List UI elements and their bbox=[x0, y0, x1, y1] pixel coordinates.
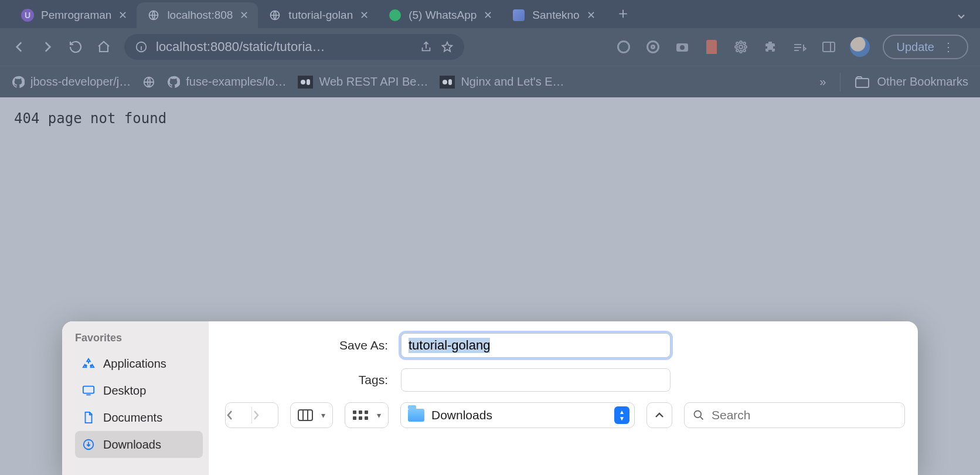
desktop-icon bbox=[82, 384, 95, 397]
bookmark-item[interactable]: jboss-developer/j… bbox=[12, 75, 131, 89]
bookmark-item[interactable]: Web REST API Be… bbox=[298, 75, 428, 89]
grid-icon bbox=[352, 409, 369, 421]
location-dropdown[interactable]: Downloads ▲▼ bbox=[400, 402, 635, 428]
browser-tab[interactable]: U Pemrograman ✕ bbox=[11, 2, 137, 28]
url-text: localhost:8080/static/tutoria… bbox=[156, 39, 411, 55]
nav-back-button[interactable] bbox=[226, 403, 251, 428]
updown-stepper-icon: ▲▼ bbox=[614, 406, 629, 424]
address-bar[interactable]: localhost:8080/static/tutoria… bbox=[124, 34, 464, 60]
forward-button[interactable] bbox=[40, 39, 55, 55]
site-info-icon[interactable] bbox=[135, 40, 148, 53]
dialog-main: Save As: Tags: bbox=[209, 321, 918, 475]
bookmark-overflow[interactable]: » bbox=[819, 75, 826, 89]
extension-icon[interactable] bbox=[645, 39, 661, 55]
browser-tab[interactable]: localhost:808 ✕ bbox=[137, 2, 258, 28]
extension-icon[interactable] bbox=[703, 39, 720, 55]
update-button[interactable]: Update ⋮ bbox=[883, 35, 969, 59]
close-icon[interactable]: ✕ bbox=[118, 9, 127, 22]
close-icon[interactable]: ✕ bbox=[360, 9, 369, 22]
dialog-search-input[interactable] bbox=[712, 408, 896, 422]
svg-point-9 bbox=[744, 46, 747, 48]
svg-rect-20 bbox=[353, 410, 356, 414]
close-icon[interactable]: ✕ bbox=[240, 9, 249, 22]
tab-title: tutorial-golan bbox=[288, 9, 353, 22]
medium-icon bbox=[440, 76, 455, 89]
media-control-icon[interactable] bbox=[791, 39, 808, 55]
reload-button[interactable] bbox=[68, 39, 83, 55]
nav-forward-button[interactable] bbox=[252, 403, 278, 428]
save-as-input[interactable] bbox=[401, 333, 671, 358]
svg-point-11 bbox=[743, 42, 746, 45]
chevron-down-icon: ▾ bbox=[321, 410, 325, 420]
search-icon bbox=[693, 409, 705, 421]
new-tab-button[interactable]: ＋ bbox=[615, 3, 631, 23]
browser-tab-bar: U Pemrograman ✕ localhost:808 ✕ tutorial… bbox=[0, 0, 980, 28]
sidebar-item-desktop[interactable]: Desktop bbox=[75, 377, 203, 404]
sidebar-item-applications[interactable]: Applications bbox=[75, 350, 203, 377]
sidebar-item-documents[interactable]: Documents bbox=[75, 404, 203, 431]
location-toolbar: ▾ ▾ Downloads ▲▼ bbox=[225, 402, 905, 428]
tags-input[interactable] bbox=[401, 368, 671, 392]
bookmark-label: jboss-developer/j… bbox=[30, 75, 131, 89]
dialog-sidebar: Favorites Applications Desktop Documents bbox=[62, 321, 209, 475]
svg-rect-16 bbox=[856, 79, 869, 87]
extension-icon[interactable] bbox=[615, 39, 632, 55]
tab-list-button[interactable] bbox=[955, 11, 967, 22]
tab-favicon: U bbox=[21, 9, 34, 22]
sidebar-item-label: Applications bbox=[103, 357, 166, 371]
sidebar-item-label: Downloads bbox=[103, 438, 161, 452]
bookmark-item[interactable] bbox=[142, 76, 155, 89]
browser-tab[interactable]: tutorial-golan ✕ bbox=[258, 2, 378, 28]
favorites-header: Favorites bbox=[75, 332, 203, 344]
group-mode-button[interactable]: ▾ bbox=[345, 402, 389, 428]
tab-title: (5) WhatsApp bbox=[409, 9, 477, 22]
svg-point-13 bbox=[743, 49, 746, 52]
tab-favicon bbox=[147, 9, 160, 22]
page-text: 404 page not found bbox=[14, 110, 166, 127]
view-mode-button[interactable]: ▾ bbox=[290, 402, 333, 428]
extension-icon[interactable] bbox=[674, 39, 690, 55]
back-button[interactable] bbox=[12, 39, 27, 55]
svg-rect-17 bbox=[83, 386, 94, 393]
browser-tab[interactable]: (5) WhatsApp ✕ bbox=[378, 2, 502, 28]
other-bookmarks-button[interactable]: Other Bookmarks bbox=[855, 75, 968, 89]
extensions-button[interactable] bbox=[762, 39, 778, 55]
dialog-search-field[interactable] bbox=[684, 402, 905, 428]
close-icon[interactable]: ✕ bbox=[484, 9, 492, 22]
profile-avatar[interactable] bbox=[850, 37, 870, 57]
applications-icon bbox=[82, 357, 95, 370]
tab-title: Santekno bbox=[532, 9, 579, 22]
chevron-down-icon: ▾ bbox=[377, 410, 381, 420]
svg-point-6 bbox=[740, 41, 742, 43]
download-icon bbox=[82, 438, 95, 451]
nav-back-forward bbox=[225, 402, 278, 428]
svg-rect-19 bbox=[298, 410, 312, 420]
sidebar-item-downloads[interactable]: Downloads bbox=[75, 431, 203, 458]
tab-favicon bbox=[268, 9, 281, 22]
svg-point-12 bbox=[736, 49, 739, 52]
browser-tab[interactable]: Santekno ✕ bbox=[502, 2, 604, 28]
update-label: Update bbox=[897, 40, 935, 54]
kebab-menu-icon[interactable]: ⋮ bbox=[942, 40, 954, 54]
svg-point-5 bbox=[739, 45, 743, 49]
tab-title: localhost:808 bbox=[167, 9, 233, 22]
home-button[interactable] bbox=[96, 39, 111, 55]
close-icon[interactable]: ✕ bbox=[587, 9, 596, 22]
share-icon[interactable] bbox=[420, 40, 433, 53]
bookmark-item[interactable]: fuse-examples/lo… bbox=[167, 75, 286, 89]
separator bbox=[840, 73, 841, 91]
other-bookmarks-label: Other Bookmarks bbox=[877, 75, 968, 89]
folder-icon bbox=[408, 409, 424, 422]
bookmark-label: Web REST API Be… bbox=[319, 75, 428, 89]
side-panel-icon[interactable] bbox=[821, 39, 837, 55]
save-as-label: Save As: bbox=[225, 338, 401, 352]
bookmark-item[interactable]: Nginx and Let's E… bbox=[440, 75, 564, 89]
expand-up-button[interactable] bbox=[646, 402, 672, 428]
bookmark-star-icon[interactable] bbox=[441, 40, 454, 53]
svg-rect-25 bbox=[365, 416, 368, 420]
document-icon bbox=[82, 411, 95, 424]
svg-point-10 bbox=[736, 42, 739, 45]
tab-favicon bbox=[512, 9, 525, 22]
extension-icon[interactable] bbox=[733, 39, 749, 55]
svg-rect-22 bbox=[365, 410, 368, 414]
